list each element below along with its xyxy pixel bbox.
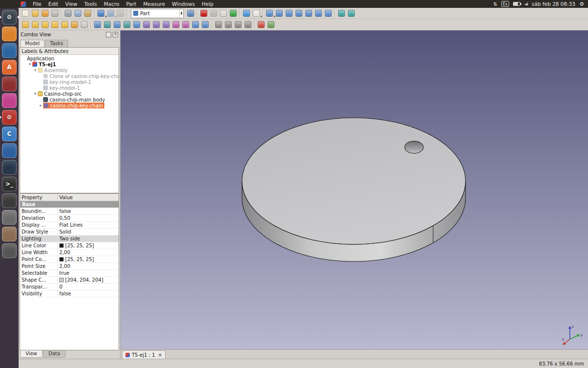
view-top-button[interactable]: [284, 8, 294, 18]
property-value[interactable]: [25, 25, 25]: [58, 242, 119, 249]
view-right-button[interactable]: [294, 8, 304, 18]
property-group-header[interactable]: Base: [20, 201, 119, 208]
selected-tree-item[interactable]: casino-chip-key-chain: [43, 103, 104, 108]
paste-button[interactable]: [83, 8, 93, 18]
menu-file[interactable]: File: [29, 1, 45, 7]
launcher-dark-box-app[interactable]: [2, 160, 17, 175]
redo-button[interactable]: ▾: [106, 8, 116, 18]
refresh-button[interactable]: [116, 8, 125, 18]
view-rear-button[interactable]: [304, 8, 314, 18]
property-value[interactable]: false: [58, 208, 119, 214]
float-panel-button[interactable]: [106, 32, 111, 37]
chip-top-face[interactable]: [242, 118, 466, 244]
part-defeaturing-button[interactable]: [266, 20, 276, 29]
launcher-chromium[interactable]: C: [2, 127, 17, 141]
property-row[interactable]: Point Co... [25, 25, 25]: [20, 256, 119, 263]
close-tab-icon[interactable]: ×: [158, 352, 162, 358]
launcher-misc-app[interactable]: [2, 243, 17, 258]
macro-edit-button[interactable]: [219, 8, 228, 18]
casino-chip-part[interactable]: [242, 118, 466, 262]
part-intersection-button[interactable]: [243, 20, 253, 29]
tree-item[interactable]: Clone of casino-chip-key-chain: [20, 73, 119, 79]
property-row[interactable]: Display ... Flat Lines: [20, 222, 119, 229]
cut-button[interactable]: [63, 8, 73, 18]
menu-view[interactable]: View: [62, 1, 81, 7]
part-ruled-surface-button[interactable]: [142, 20, 151, 29]
tree-item[interactable]: ▸ casino-chip-key-chain: [20, 103, 119, 108]
part-shape-builder-button[interactable]: [79, 20, 89, 29]
menu-help[interactable]: Help: [198, 1, 217, 7]
session-menu-icon[interactable]: ⚙: [579, 1, 584, 7]
launcher-freecad[interactable]: ⚙: [2, 10, 17, 25]
launcher-media-app[interactable]: [2, 93, 17, 108]
property-row[interactable]: Selectable true: [20, 270, 119, 277]
property-value[interactable]: 0: [58, 284, 119, 290]
clock[interactable]: sáb feb 28 08:33: [532, 1, 575, 7]
property-row[interactable]: Shape C... [204, 204, 204]: [20, 277, 119, 284]
tab-tasks[interactable]: Tasks: [45, 40, 68, 47]
menu-edit[interactable]: Edit: [45, 1, 62, 7]
launcher-terminal[interactable]: >_: [2, 177, 17, 191]
measure-clear-all-button[interactable]: [346, 8, 356, 18]
launcher-files[interactable]: [2, 26, 17, 41]
launcher-browser-app[interactable]: [2, 143, 17, 158]
tree-item[interactable]: ▾ Assembly: [20, 67, 119, 73]
view-left-button[interactable]: [323, 8, 333, 18]
part-fillet-button[interactable]: [122, 20, 132, 29]
property-row[interactable]: Line Color [25, 25, 25]: [20, 242, 119, 249]
menu-macro[interactable]: Macro: [100, 1, 123, 7]
keyboard-layout-indicator[interactable]: Es: [501, 1, 509, 7]
tree-item[interactable]: casino-chip-main body: [20, 97, 119, 103]
part-chamfer-button[interactable]: [132, 20, 142, 29]
network-indicator-icon[interactable]: ⇅: [493, 1, 497, 7]
menu-part[interactable]: Part: [123, 1, 140, 7]
part-section-button[interactable]: [171, 20, 181, 29]
view-axonometric-button[interactable]: ▾: [265, 8, 274, 18]
part-offset-button[interactable]: [191, 20, 200, 29]
collapse-arrow-icon[interactable]: ▾: [33, 92, 38, 96]
collapse-arrow-icon[interactable]: ▾: [27, 62, 32, 66]
part-sweep-button[interactable]: [161, 20, 171, 29]
menu-windows[interactable]: Windows: [169, 1, 198, 7]
part-cone-button[interactable]: [30, 20, 40, 29]
copy-button[interactable]: [73, 8, 83, 18]
property-value[interactable]: true: [58, 270, 119, 276]
property-value[interactable]: [25, 25, 25]: [58, 256, 119, 263]
save-document-button[interactable]: [40, 8, 50, 18]
tab-model[interactable]: Model: [20, 40, 45, 47]
tree-item[interactable]: ▾ T5-ej1: [20, 61, 119, 67]
property-value[interactable]: Flat Lines: [58, 222, 119, 228]
part-mirror-button[interactable]: [112, 20, 122, 29]
part-cross-sections-button[interactable]: [181, 20, 191, 29]
property-row[interactable]: Visibility false: [20, 290, 119, 297]
menu-measure[interactable]: Measure: [140, 1, 169, 7]
tree-item[interactable]: key-ring-model-1: [20, 79, 119, 85]
part-box-button[interactable]: [21, 20, 30, 29]
part-sphere-button[interactable]: [40, 20, 50, 29]
property-value[interactable]: 0,50: [58, 215, 119, 221]
part-union-button[interactable]: [233, 20, 243, 29]
property-row[interactable]: Boundin... false: [20, 208, 119, 215]
open-document-button[interactable]: [30, 8, 40, 18]
property-value[interactable]: Solid: [58, 229, 119, 235]
measure-linear-button[interactable]: [337, 8, 346, 18]
workbench-selector[interactable]: Part ▲▼: [131, 9, 184, 18]
part-check-geometry-button[interactable]: [256, 20, 266, 29]
print-button[interactable]: [50, 8, 60, 18]
launcher-package-app[interactable]: [2, 227, 17, 241]
part-thickness-button[interactable]: [200, 20, 210, 29]
part-primitives-button[interactable]: [70, 20, 79, 29]
property-value[interactable]: Two side: [58, 236, 119, 242]
property-value[interactable]: 2,00: [58, 263, 119, 269]
property-row[interactable]: Lighting Two side: [20, 236, 119, 242]
chip-keychain-hole[interactable]: [405, 141, 423, 154]
menu-tools[interactable]: Tools: [81, 1, 100, 7]
macro-execute-button[interactable]: [228, 8, 238, 18]
launcher-system-settings[interactable]: ⚙: [2, 110, 17, 125]
tree-item[interactable]: ▾ Casino-chip-src: [20, 91, 119, 97]
undo-button[interactable]: ▾: [96, 8, 106, 18]
volume-icon[interactable]: ◄): [524, 2, 528, 6]
collapse-arrow-icon[interactable]: ▾: [33, 68, 38, 72]
document-tab[interactable]: T5-ej1 : 1 ×: [122, 350, 166, 359]
combo-spin-arrows-icon[interactable]: ▲▼: [179, 9, 183, 18]
